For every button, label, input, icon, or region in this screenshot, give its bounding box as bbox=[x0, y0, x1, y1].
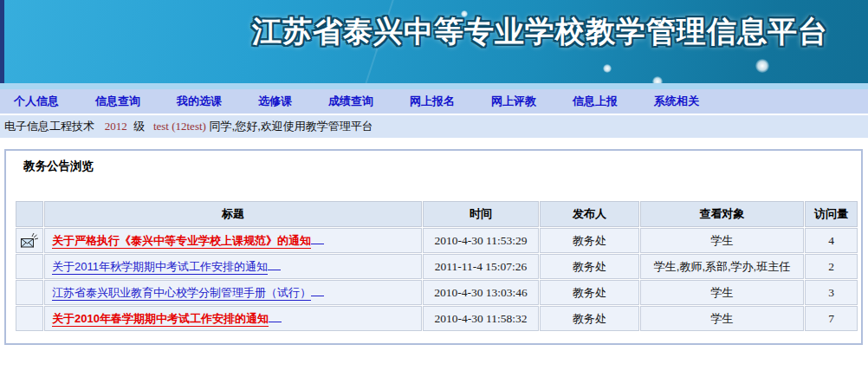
banner-dot-decoration bbox=[461, 10, 468, 17]
announcements-panel: 教务公告浏览 标题 时间 发布人 查看对象 访问量 bbox=[4, 149, 863, 345]
main-nav: 个人信息 信息查询 我的选课 选修课 成绩查询 网上报名 网上评教 信息上报 系… bbox=[0, 89, 868, 115]
col-header-audience: 查看对象 bbox=[640, 201, 804, 227]
table-header-row: 标题 时间 发布人 查看对象 访问量 bbox=[16, 201, 858, 227]
cell-publisher: 教务处 bbox=[540, 280, 639, 305]
cell-visits: 3 bbox=[805, 280, 858, 305]
col-header-title: 标题 bbox=[44, 201, 422, 227]
banner-dot-decoration bbox=[755, 59, 769, 73]
status-grade-value: 2012 bbox=[105, 120, 127, 133]
nav-item-system[interactable]: 系统相关 bbox=[654, 94, 699, 109]
announcement-link[interactable]: 江苏省泰兴职业教育中心校学分制管理手册（试行） bbox=[52, 286, 324, 299]
cell-icon bbox=[16, 280, 43, 305]
nav-item-info-query[interactable]: 信息查询 bbox=[95, 94, 140, 109]
table-row: 关于2010年春学期期中考试工作安排的通知 2010-4-30 11:58:32… bbox=[16, 306, 858, 331]
top-banner: 江苏省泰兴中等专业学校教学管理信息平台 bbox=[0, 0, 868, 83]
banner-bottom-strip bbox=[0, 83, 868, 89]
cell-visits: 7 bbox=[805, 306, 858, 331]
status-greeting: 同学,您好,欢迎使用教学管理平台 bbox=[210, 120, 373, 133]
cell-time: 2010-4-30 11:58:32 bbox=[423, 306, 539, 331]
cell-title: 关于严格执行《泰兴中等专业学校上课规范》的通知 bbox=[44, 228, 422, 253]
cell-audience: 学生 bbox=[640, 306, 804, 331]
site-title: 江苏省泰兴中等专业学校教学管理信息平台 bbox=[251, 12, 829, 52]
nav-item-electives[interactable]: 选修课 bbox=[258, 94, 292, 109]
cell-title: 江苏省泰兴职业教育中心校学分制管理手册（试行） bbox=[44, 280, 422, 305]
status-grade-unit: 级 bbox=[133, 120, 145, 133]
cell-title: 关于2010年春学期期中考试工作安排的通知 bbox=[44, 306, 422, 331]
cell-audience: 学生,教师,系部,学办,班主任 bbox=[640, 254, 804, 279]
status-major: 电子信息工程技术 bbox=[4, 120, 94, 133]
banner-dot-decoration bbox=[603, 64, 612, 73]
col-header-publisher: 发布人 bbox=[540, 201, 639, 227]
cell-time: 2011-11-4 15:07:26 bbox=[423, 254, 539, 279]
announcement-link[interactable]: 关于2011年秋学期期中考试工作安排的通知 bbox=[52, 260, 281, 273]
cell-time: 2010-4-30 11:53:29 bbox=[423, 228, 539, 253]
cell-visits: 4 bbox=[805, 228, 858, 253]
table-row: 关于严格执行《泰兴中等专业学校上课规范》的通知 2010-4-30 11:53:… bbox=[16, 228, 858, 253]
cell-audience: 学生 bbox=[640, 280, 804, 305]
nav-item-grade-query[interactable]: 成绩查询 bbox=[328, 94, 373, 109]
announcement-link[interactable]: 关于严格执行《泰兴中等专业学校上课规范》的通知 bbox=[52, 234, 324, 247]
nav-item-online-evaluation[interactable]: 网上评教 bbox=[491, 94, 536, 109]
col-header-visits: 访问量 bbox=[805, 201, 858, 227]
nav-item-personal-info[interactable]: 个人信息 bbox=[14, 94, 59, 109]
nav-item-my-courses[interactable]: 我的选课 bbox=[177, 94, 222, 109]
cell-title: 关于2011年秋学期期中考试工作安排的通知 bbox=[44, 254, 422, 279]
panel-heading: 教务公告浏览 bbox=[23, 159, 861, 174]
cell-time: 2010-4-30 13:03:46 bbox=[423, 280, 539, 305]
status-username: test (12test) bbox=[153, 120, 206, 133]
col-header-time: 时间 bbox=[423, 201, 539, 227]
banner-dot-decoration bbox=[652, 76, 663, 83]
cell-icon bbox=[16, 306, 43, 331]
table-row: 江苏省泰兴职业教育中心校学分制管理手册（试行） 2010-4-30 13:03:… bbox=[16, 280, 858, 305]
nav-item-online-signup[interactable]: 网上报名 bbox=[410, 94, 455, 109]
announcement-link[interactable]: 关于2010年春学期期中考试工作安排的通知 bbox=[52, 312, 282, 325]
cell-audience: 学生 bbox=[640, 228, 804, 253]
table-row: 关于2011年秋学期期中考试工作安排的通知 2011-11-4 15:07:26… bbox=[16, 254, 858, 279]
cell-visits: 2 bbox=[805, 254, 858, 279]
col-header-icon bbox=[16, 201, 43, 227]
cell-icon bbox=[16, 254, 43, 279]
cell-publisher: 教务处 bbox=[540, 228, 639, 253]
new-mail-icon bbox=[20, 232, 39, 250]
cell-publisher: 教务处 bbox=[540, 306, 639, 331]
welcome-status-bar: 电子信息工程技术 2012 级 test (12test) 同学,您好,欢迎使用… bbox=[0, 115, 868, 138]
announcements-table: 标题 时间 发布人 查看对象 访问量 bbox=[15, 200, 858, 332]
banner-left-stripe bbox=[0, 0, 4, 83]
cell-icon bbox=[16, 228, 43, 253]
nav-item-info-report[interactable]: 信息上报 bbox=[573, 94, 618, 109]
cell-publisher: 教务处 bbox=[540, 254, 639, 279]
